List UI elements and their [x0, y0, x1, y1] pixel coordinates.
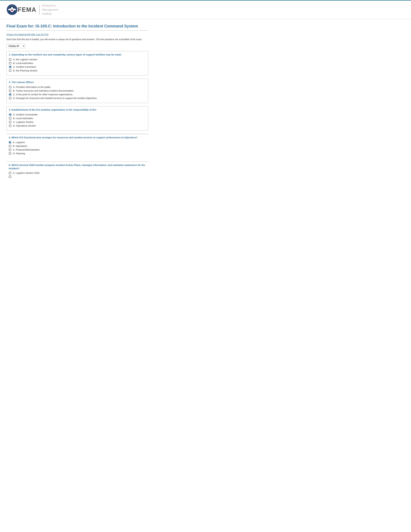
question-1-block: 1. Depending on the incident size and co… — [6, 51, 148, 76]
answer-1-b-label: B. Local Authorities — [13, 62, 33, 65]
question-3-header: 3. Establishment of the ICS modular orga… — [7, 106, 148, 112]
radio-1-c-icon[interactable] — [9, 66, 11, 68]
question-3-title: 3. Establishment of the ICS modular orga… — [9, 108, 97, 111]
answer-1-a-label: A. the Logistics Section — [13, 58, 37, 61]
answer-1-d-label: D. the Planning Section — [13, 69, 37, 72]
radio-4-b-icon[interactable] — [9, 145, 11, 147]
answer-3-c-label: C. Logistics Section — [13, 121, 34, 123]
answer-5-a-label: A. Logistics Section Chief — [13, 172, 39, 174]
question-1-title: 1. Depending on the incident size and co… — [9, 53, 121, 56]
question-4-title: 4. Which ICS functional area arranges fo… — [6, 134, 148, 140]
svg-rect-8 — [11, 10, 13, 10]
radio-4-c-icon[interactable] — [9, 149, 11, 151]
answer-2-a[interactable]: A. Provides information to the public. — [9, 86, 146, 88]
answer-1-a[interactable]: A. the Logistics Section — [9, 58, 146, 61]
answer-5-b[interactable] — [9, 175, 146, 178]
svg-text:★: ★ — [10, 6, 11, 7]
question-5-block: 5. Which General Staff member prepares I… — [6, 161, 148, 181]
svg-text:★: ★ — [14, 7, 15, 8]
radio-4-d-icon[interactable] — [9, 152, 11, 155]
question-4-block: 4. Which ICS functional area arranges fo… — [6, 134, 148, 158]
answer-1-b[interactable]: B. Local Authorities — [9, 62, 146, 65]
answer-2-c-label: C. Is the point of contact for other res… — [13, 93, 73, 96]
svg-text:★: ★ — [12, 6, 12, 6]
question-5-title: 5. Which General Staff member prepares I… — [6, 162, 148, 171]
header: ★ ★ ★ ★ ★ FEMA Emergency Management Inst… — [0, 1, 411, 19]
question-1-answers: A. the Logistics Section B. Local Author… — [7, 57, 148, 75]
intro-paragraph: Each time that this test is loaded, you … — [6, 38, 148, 41]
answer-4-d-label: D. Planning — [13, 152, 25, 155]
question-3-answers: A. Incident Commander B. Local Authoriti… — [7, 112, 148, 130]
answer-2-b[interactable]: B. Tracks resources and maintains incide… — [9, 89, 146, 92]
fema-seal-icon: ★ ★ ★ ★ ★ — [6, 4, 18, 15]
svg-text:★: ★ — [9, 7, 10, 8]
main-content: Final Exam for: IS-100.C: Introduction t… — [0, 19, 155, 190]
answer-4-c-label: C. Finance/Administration — [13, 149, 40, 151]
radio-2-b-icon[interactable] — [9, 89, 11, 92]
radio-3-d-icon[interactable] — [9, 124, 11, 127]
display-select-wrapper: Display All Display One — [6, 44, 148, 48]
answer-4-d[interactable]: D. Planning — [9, 152, 146, 155]
question-3-block: 3. Establishment of the ICS modular orga… — [6, 106, 148, 131]
answer-3-d[interactable]: D. Operations Section — [9, 124, 146, 127]
answer-3-a[interactable]: A. Incident Commander — [9, 113, 146, 116]
emi-subtitle: Emergency Management Institute — [42, 4, 58, 16]
answer-4-a[interactable]: A. Logistics — [9, 141, 146, 144]
header-divider — [39, 5, 40, 15]
answer-1-c-label: C. Incident Command — [13, 66, 36, 68]
privacy-act-link[interactable]: Privacy Act Statement(Public Law 93 579) — [6, 33, 148, 36]
answer-3-b-label: B. Local Authorities — [13, 117, 33, 120]
answer-3-c[interactable]: C. Logistics Section — [9, 121, 146, 123]
radio-1-d-icon[interactable] — [9, 69, 11, 72]
answer-4-b-label: B. Operations — [13, 145, 27, 147]
radio-1-a-icon[interactable] — [9, 58, 11, 61]
radio-2-d-icon[interactable] — [9, 97, 11, 99]
radio-3-b-icon[interactable] — [9, 117, 11, 120]
question-1-header: 1. Depending on the incident size and co… — [7, 51, 148, 57]
answer-1-c[interactable]: C. Incident Command — [9, 66, 146, 68]
question-5-answers: A. Logistics Section Chief — [6, 171, 148, 181]
radio-5-b-icon[interactable] — [9, 175, 11, 178]
answer-2-d-label: D. Arranges for resources and needed ser… — [13, 97, 97, 99]
question-4-answers: A. Logistics B. Operations C. Finance/Ad… — [6, 140, 148, 158]
answer-2-d[interactable]: D. Arranges for resources and needed ser… — [9, 97, 146, 99]
svg-point-5 — [11, 7, 13, 9]
answer-3-b[interactable]: B. Local Authorities — [9, 117, 146, 120]
radio-2-c-icon[interactable] — [9, 93, 11, 96]
answer-1-d[interactable]: D. the Planning Section — [9, 69, 146, 72]
answer-4-c[interactable]: C. Finance/Administration — [9, 149, 146, 151]
question-2-block: 2. The Liaison Officer: A. Provides info… — [6, 79, 148, 103]
question-2-answers: A. Provides information to the public. B… — [7, 85, 148, 103]
radio-1-b-icon[interactable] — [9, 62, 11, 65]
question-2-title: 2. The Liaison Officer: — [9, 81, 34, 84]
fema-logo-text: FEMA — [18, 6, 37, 13]
radio-3-a-icon[interactable] — [9, 113, 11, 116]
radio-5-a-icon[interactable] — [9, 172, 11, 174]
radio-2-a-icon[interactable] — [9, 86, 11, 88]
answer-2-c[interactable]: C. Is the point of contact for other res… — [9, 93, 146, 96]
answer-4-b[interactable]: B. Operations — [9, 145, 146, 147]
answer-4-a-label: A. Logistics — [13, 141, 25, 144]
display-all-select[interactable]: Display All Display One — [6, 44, 25, 48]
answer-5-a[interactable]: A. Logistics Section Chief — [9, 172, 146, 174]
page-title: Final Exam for: IS-100.C: Introduction t… — [6, 24, 148, 31]
answer-2-b-label: B. Tracks resources and maintains incide… — [13, 89, 74, 92]
answer-2-a-label: A. Provides information to the public. — [13, 86, 51, 88]
question-2-header: 2. The Liaison Officer: — [7, 79, 148, 85]
radio-3-c-icon[interactable] — [9, 121, 11, 123]
answer-3-a-label: A. Incident Commander — [13, 113, 37, 116]
answer-3-d-label: D. Operations Section — [13, 124, 36, 127]
radio-4-a-icon[interactable] — [9, 141, 11, 144]
